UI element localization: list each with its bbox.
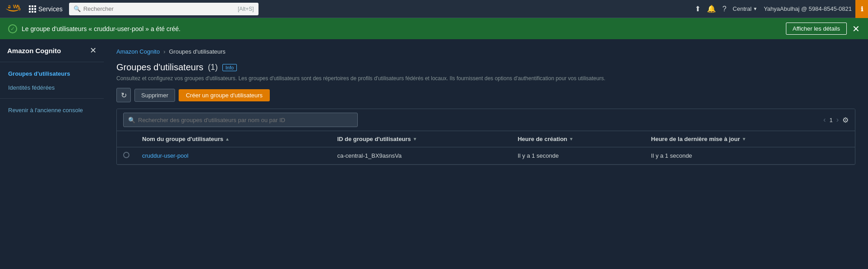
table-search-icon: 🔍 xyxy=(128,117,135,123)
table-row: cruddur-user-pool ca-central-1_BX9asnsVa… xyxy=(117,147,855,164)
upload-icon-btn[interactable]: ⬆ xyxy=(695,5,701,13)
action-bar: ↻ Supprimer Créer un groupe d'utilisateu… xyxy=(116,88,855,102)
delete-btn[interactable]: Supprimer xyxy=(134,89,175,102)
table-wrapper: 🔍 ‹ 1 › ⚙ Nom du group xyxy=(116,109,855,165)
close-notification-btn[interactable]: ✕ xyxy=(852,24,860,33)
refresh-btn[interactable]: ↻ xyxy=(116,88,131,102)
row-created-cell: Il y a 1 seconde xyxy=(511,147,645,164)
notification-right: Afficher les détails ✕ xyxy=(786,23,860,35)
bell-icon-btn[interactable]: 🔔 xyxy=(707,5,716,13)
page-title: Groupes d'utilisateurs xyxy=(116,62,203,73)
create-user-pool-btn[interactable]: Créer un groupe d'utilisateurs xyxy=(179,89,270,101)
top-nav: Services 🔍 [Alt+S] ⬆ 🔔 ? Central ▼ Yahya… xyxy=(0,0,868,18)
sidebar-item-federated-identities[interactable]: Identités fédérées xyxy=(0,81,104,95)
row-name-cell: cruddur-user-pool xyxy=(136,147,331,164)
sidebar-close-btn[interactable]: ✕ xyxy=(90,46,97,55)
sort-icon-created[interactable]: ▼ xyxy=(569,137,573,141)
pagination-prev-btn[interactable]: ‹ xyxy=(823,116,826,124)
user-menu-btn[interactable]: YahyaAbulhaj @ 5984-8545-0821 xyxy=(764,5,852,12)
sidebar-divider xyxy=(0,98,104,99)
row-select-cell xyxy=(117,147,136,164)
user-pools-table: Nom du groupe d'utilisateurs ▲ ID de gro… xyxy=(117,131,855,164)
search-hint: [Alt+S] xyxy=(238,6,254,12)
table-settings-btn[interactable]: ⚙ xyxy=(842,116,849,124)
radio-button[interactable] xyxy=(123,152,129,158)
col-header-updated: Heure de la dernière mise à jour ▼ xyxy=(645,131,855,147)
select-col-header xyxy=(117,131,136,147)
view-details-btn[interactable]: Afficher les détails xyxy=(786,23,847,35)
chevron-down-icon: ▼ xyxy=(753,6,757,11)
sort-icon-name[interactable]: ▲ xyxy=(225,137,230,141)
breadcrumb-current: Groupes d'utilisateurs xyxy=(169,48,225,55)
info-sidebar-icon[interactable]: ℹ xyxy=(855,0,868,18)
col-header-created: Heure de création ▼ xyxy=(511,131,645,147)
success-check-icon: ✓ xyxy=(8,24,17,33)
region-label: Central xyxy=(733,5,752,12)
body-layout: Amazon Cognito ✕ Groupes d'utilisateurs … xyxy=(0,39,868,269)
sidebar-item-user-pools[interactable]: Groupes d'utilisateurs xyxy=(0,67,104,81)
sidebar-back-link[interactable]: Revenir à l'ancienne console xyxy=(0,102,104,118)
breadcrumb-parent-link[interactable]: Amazon Cognito xyxy=(116,48,160,55)
grid-icon xyxy=(29,5,36,13)
page-count: (1) xyxy=(208,63,218,72)
col-header-id: ID de groupe d'utilisateurs ▼ xyxy=(331,131,511,147)
search-input[interactable] xyxy=(83,5,235,12)
page-description: Consultez et configurez vos groupes d'ut… xyxy=(116,75,855,82)
notification-message: Le groupe d'utilisateurs « cruddur-user-… xyxy=(22,25,180,32)
sort-icon-updated[interactable]: ▼ xyxy=(742,137,746,141)
sidebar-header: Amazon Cognito ✕ xyxy=(0,39,104,62)
sidebar: Amazon Cognito ✕ Groupes d'utilisateurs … xyxy=(0,39,104,269)
breadcrumb-separator: › xyxy=(163,48,165,55)
search-bar[interactable]: 🔍 [Alt+S] xyxy=(69,3,259,15)
sidebar-title: Amazon Cognito xyxy=(7,47,61,55)
page-header: Groupes d'utilisateurs (1) Info Consulte… xyxy=(116,62,855,82)
aws-logo[interactable] xyxy=(5,2,23,15)
notification-left: ✓ Le groupe d'utilisateurs « cruddur-use… xyxy=(8,24,180,33)
help-icon-btn[interactable]: ? xyxy=(722,5,726,13)
sort-icon-id[interactable]: ▼ xyxy=(413,137,417,141)
info-badge-btn[interactable]: Info xyxy=(222,64,237,71)
pagination-current: 1 xyxy=(829,117,832,123)
nav-icons: ⬆ 🔔 ? Central ▼ YahyaAbulhaj @ 5984-8545… xyxy=(695,5,852,13)
user-label: YahyaAbulhaj @ 5984-8545-0821 xyxy=(764,5,852,12)
refresh-icon: ↻ xyxy=(121,91,127,100)
table-search[interactable]: 🔍 xyxy=(123,113,358,127)
breadcrumb: Amazon Cognito › Groupes d'utilisateurs xyxy=(116,48,855,55)
page-title-row: Groupes d'utilisateurs (1) Info xyxy=(116,62,855,73)
services-button[interactable]: Services xyxy=(26,4,65,14)
col-header-name: Nom du groupe d'utilisateurs ▲ xyxy=(136,131,331,147)
search-icon: 🔍 xyxy=(74,5,81,12)
sidebar-nav: Groupes d'utilisateurs Identités fédérée… xyxy=(0,62,104,123)
row-updated-cell: Il y a 1 seconde xyxy=(645,147,855,164)
notification-banner: ✓ Le groupe d'utilisateurs « cruddur-use… xyxy=(0,18,868,39)
main-content: Amazon Cognito › Groupes d'utilisateurs … xyxy=(104,39,868,269)
table-pagination: ‹ 1 › ⚙ xyxy=(823,116,849,124)
user-pool-link[interactable]: cruddur-user-pool xyxy=(142,152,189,159)
table-top-bar: 🔍 ‹ 1 › ⚙ xyxy=(117,109,855,131)
table-search-input[interactable] xyxy=(138,117,353,123)
region-btn[interactable]: Central ▼ xyxy=(733,5,757,12)
pagination-next-btn[interactable]: › xyxy=(836,116,839,124)
services-label: Services xyxy=(38,5,63,13)
row-id-cell: ca-central-1_BX9asnsVa xyxy=(331,147,511,164)
